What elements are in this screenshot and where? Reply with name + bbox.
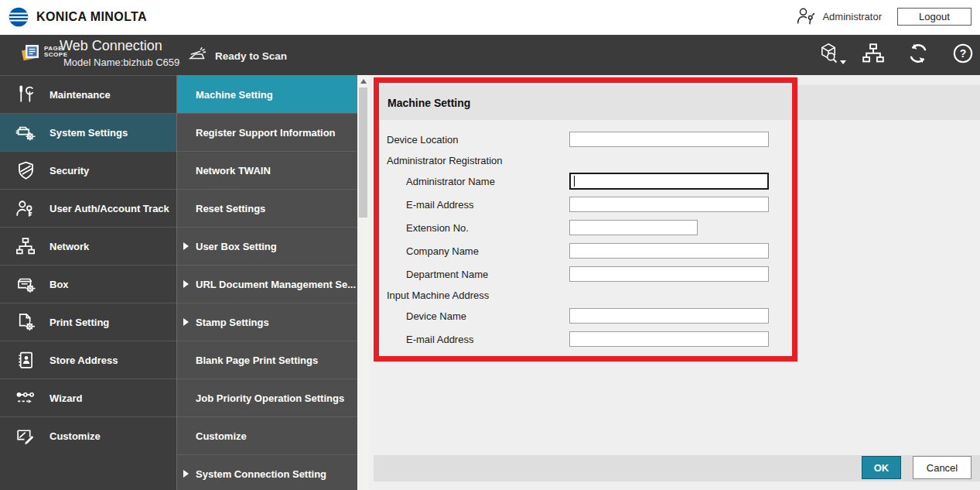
device-search-icon[interactable] bbox=[816, 43, 841, 67]
app-bar: PAGE SCOPE Web Connection Model Name:biz… bbox=[0, 35, 980, 75]
sidebar-item-store-address[interactable]: Store Address bbox=[0, 341, 176, 379]
store-address-icon bbox=[15, 349, 36, 371]
main-content: Machine Setting Device Location Administ… bbox=[369, 75, 980, 490]
submenu-item-system-connection-setting[interactable]: System Connection Setting bbox=[177, 454, 357, 490]
submenu-item-customize[interactable]: Customize bbox=[177, 416, 357, 454]
administrator-email-field-input[interactable] bbox=[569, 197, 769, 212]
device-name-field-input[interactable] bbox=[569, 308, 769, 324]
device-search-icon bbox=[817, 42, 840, 68]
submenu-item-machine-setting[interactable]: Machine Setting bbox=[177, 75, 357, 113]
extension-no-field-input[interactable] bbox=[569, 220, 698, 235]
app-title-block: Web Connection Model Name:bizhub C659 bbox=[60, 38, 179, 68]
refresh-icon bbox=[907, 42, 930, 68]
page-title-bar: Machine Setting bbox=[379, 85, 980, 120]
device-name-field: Device Name bbox=[379, 304, 969, 327]
submenu-item-url-document-management[interactable]: URL Document Management Se... bbox=[177, 265, 357, 303]
administrator-registration-group: Administrator Registration bbox=[379, 151, 969, 170]
scrollbar-thumb[interactable] bbox=[359, 87, 367, 218]
expand-arrow-icon bbox=[183, 280, 189, 288]
network-topology-icon bbox=[861, 42, 886, 68]
machine-email-field-input[interactable] bbox=[569, 331, 769, 347]
department-name-field-input[interactable] bbox=[569, 266, 769, 282]
administrator-icon bbox=[795, 5, 817, 27]
network-icon bbox=[15, 235, 36, 257]
expand-arrow-icon bbox=[183, 318, 189, 326]
submenu-scrollbar[interactable] bbox=[357, 75, 369, 490]
security-icon bbox=[15, 159, 36, 181]
device-location-field: Device Location bbox=[379, 128, 969, 151]
main-menu: Maintenance System Settings Security Use… bbox=[0, 75, 176, 490]
brand-text: KONICA MINOLTA bbox=[36, 10, 147, 24]
sub-menu: Machine Setting Register Support Informa… bbox=[176, 75, 357, 490]
user-label: Administrator bbox=[822, 11, 882, 22]
machine-email-field: E-mail Address bbox=[379, 327, 969, 351]
device-location-field-input[interactable] bbox=[569, 132, 769, 147]
administrator-name-field-input[interactable] bbox=[569, 173, 769, 190]
sidebar-item-box[interactable]: Box bbox=[0, 265, 176, 303]
refresh-icon[interactable] bbox=[906, 43, 930, 67]
company-name-field-input[interactable] bbox=[569, 243, 769, 259]
app-title: Web Connection bbox=[60, 38, 179, 54]
customize-icon bbox=[15, 425, 36, 447]
wizard-icon bbox=[15, 387, 36, 409]
model-name: Model Name:bizhub C659 bbox=[60, 57, 179, 68]
company-name-field: Company Name bbox=[379, 239, 969, 262]
globe-icon bbox=[8, 6, 29, 28]
svg-text:?: ? bbox=[960, 47, 967, 60]
submenu-item-job-priority-operation-settings[interactable]: Job Priority Operation Settings bbox=[177, 379, 357, 416]
machine-setting-form: Device Location Administrator Registrati… bbox=[379, 128, 969, 351]
web-connection-screen: KONICA MINOLTA Administrator Logout bbox=[0, 0, 980, 490]
sidebar-item-user-auth-account-track[interactable]: User Auth/Account Track bbox=[0, 189, 176, 227]
pagescope-icon bbox=[21, 42, 41, 68]
form-footer: OK Cancel bbox=[374, 455, 980, 481]
help-icon[interactable]: ? bbox=[951, 43, 975, 67]
sidebar-item-security[interactable]: Security bbox=[0, 151, 176, 189]
user-auth-icon bbox=[15, 197, 36, 219]
cancel-button[interactable]: Cancel bbox=[913, 456, 971, 479]
department-name-field: Department Name bbox=[379, 262, 969, 286]
print-setting-icon bbox=[15, 311, 36, 333]
submenu-item-register-support-information[interactable]: Register Support Information bbox=[177, 113, 357, 151]
top-bar-right: Administrator Logout bbox=[795, 5, 971, 27]
sidebar-item-wizard[interactable]: Wizard bbox=[0, 379, 176, 416]
submenu-item-reset-settings[interactable]: Reset Settings bbox=[177, 189, 357, 227]
konica-minolta-logo: KONICA MINOLTA bbox=[8, 6, 147, 28]
sidebar-item-maintenance[interactable]: Maintenance bbox=[0, 75, 176, 113]
sidebar-item-network[interactable]: Network bbox=[0, 227, 176, 265]
box-icon bbox=[15, 273, 36, 295]
top-bar: KONICA MINOLTA Administrator Logout bbox=[0, 0, 980, 35]
submenu-item-stamp-settings[interactable]: Stamp Settings bbox=[177, 303, 357, 341]
expand-arrow-icon bbox=[183, 242, 189, 250]
page-title: Machine Setting bbox=[388, 97, 470, 109]
logout-button[interactable]: Logout bbox=[897, 8, 971, 26]
system-settings-icon bbox=[15, 122, 36, 143]
device-status: Ready to Scan bbox=[188, 45, 287, 67]
dropdown-caret-icon bbox=[840, 60, 846, 64]
submenu-item-user-box-setting[interactable]: User Box Setting bbox=[177, 227, 357, 265]
scrollbar-up-arrow[interactable] bbox=[357, 75, 369, 87]
status-text: Ready to Scan bbox=[215, 50, 287, 62]
ok-button[interactable]: OK bbox=[862, 456, 901, 479]
sidebar-item-system-settings[interactable]: System Settings bbox=[0, 113, 176, 151]
sidebar-item-customize[interactable]: Customize bbox=[0, 416, 176, 454]
submenu-item-network-twain[interactable]: Network TWAIN bbox=[177, 151, 357, 189]
administrator-email-field: E-mail Address bbox=[379, 193, 969, 216]
administrator-name-field: Administrator Name bbox=[379, 170, 969, 193]
scanner-status-icon bbox=[188, 45, 208, 67]
expand-arrow-icon bbox=[183, 470, 189, 478]
submenu-item-blank-page-print-settings[interactable]: Blank Page Print Settings bbox=[177, 341, 357, 379]
input-machine-address-group: Input Machine Address bbox=[379, 286, 969, 304]
help-icon: ? bbox=[951, 42, 975, 68]
extension-no-field: Extension No. bbox=[379, 216, 969, 239]
sidebar-item-print-setting[interactable]: Print Setting bbox=[0, 303, 176, 341]
network-topology-icon[interactable] bbox=[861, 43, 886, 67]
maintenance-icon bbox=[15, 84, 36, 105]
app-bar-icons: ? bbox=[816, 35, 975, 75]
